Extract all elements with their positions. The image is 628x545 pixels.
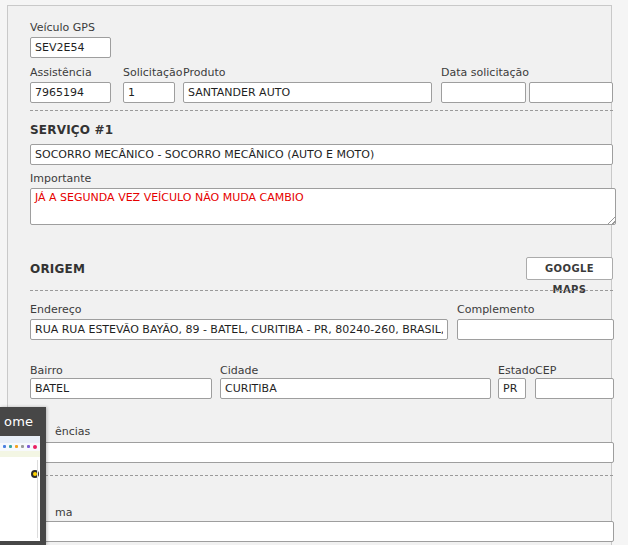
bairro-input[interactable] <box>30 378 212 399</box>
thumbnail-bookmarks-bar <box>0 451 40 457</box>
data-solicitacao-date-input[interactable] <box>441 82 526 103</box>
sistema-label: ma <box>55 506 72 519</box>
divider <box>30 290 613 291</box>
window-preview[interactable]: ome <box>0 407 46 545</box>
google-maps-button[interactable]: GOOGLE MAPS <box>526 257 613 280</box>
notification-dot-icon <box>33 445 37 449</box>
cidade-input[interactable] <box>220 378 491 399</box>
form-panel: Veículo GPS Assistência Solicitação Prod… <box>7 5 612 545</box>
assistencia-input[interactable] <box>30 82 111 103</box>
servico-heading: SERVIÇO #1 <box>30 123 113 137</box>
endereco-label: Endereço <box>30 303 82 316</box>
favicon-icon <box>3 445 6 448</box>
data-solicitacao-label: Data solicitação <box>441 66 529 79</box>
cep-label: CEP <box>535 364 556 377</box>
solicitacao-input[interactable] <box>123 82 175 103</box>
cidade-label: Cidade <box>220 364 258 377</box>
referencias-label: ências <box>55 425 90 438</box>
solicitacao-label: Solicitação <box>123 66 183 79</box>
complemento-input[interactable] <box>457 319 614 340</box>
thumbnail-tabbar <box>0 436 40 443</box>
estado-label: Estado <box>498 364 535 377</box>
favicon-icon <box>15 445 18 448</box>
favicon-icon <box>27 445 30 448</box>
veiculo-gps-input[interactable] <box>30 37 111 58</box>
sistema-input[interactable] <box>30 521 614 542</box>
referencias-input[interactable] <box>30 442 614 463</box>
produto-label: Produto <box>183 66 225 79</box>
servico-input[interactable] <box>30 144 613 165</box>
data-solicitacao-time-input[interactable] <box>529 82 613 103</box>
importante-label: Importante <box>30 172 91 185</box>
origem-heading: ORIGEM <box>30 262 85 276</box>
veiculo-gps-label: Veículo GPS <box>30 21 95 34</box>
endereco-input[interactable] <box>30 319 448 340</box>
estado-input[interactable] <box>498 378 526 399</box>
favicon-icon <box>21 445 24 448</box>
browser-page-thumbnail[interactable] <box>0 436 40 541</box>
favicon-icon <box>9 445 12 448</box>
divider <box>30 110 613 111</box>
window-preview-title: ome <box>4 414 33 429</box>
thumbnail-scrollbar <box>37 460 38 538</box>
complemento-label: Complemento <box>457 303 534 316</box>
assistencia-label: Assistência <box>30 66 92 79</box>
cep-input[interactable] <box>535 378 614 399</box>
bairro-label: Bairro <box>30 364 63 377</box>
divider <box>30 475 613 476</box>
produto-input[interactable] <box>183 82 432 103</box>
importante-textarea[interactable]: JÁ A SEGUNDA VEZ VEÍCULO NÃO MUDA CAMBIO <box>30 188 616 225</box>
